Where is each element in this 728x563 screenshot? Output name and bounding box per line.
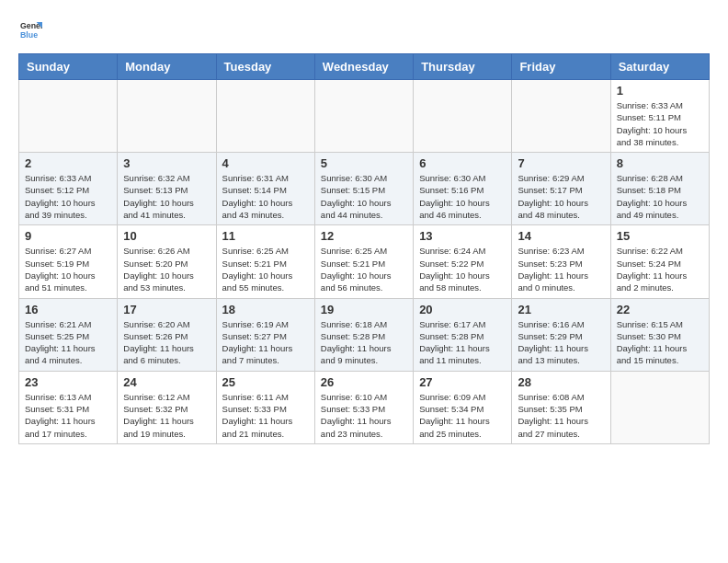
day-info: Sunrise: 6:30 AM Sunset: 5:16 PM Dayligh… — [419, 172, 506, 221]
day-number: 5 — [321, 156, 407, 170]
day-header-thursday: Thursday — [414, 54, 512, 80]
day-header-monday: Monday — [118, 54, 216, 80]
day-number: 23 — [25, 375, 111, 389]
calendar-day-cell: 23Sunrise: 6:13 AM Sunset: 5:31 PM Dayli… — [19, 371, 118, 443]
calendar-day-cell — [216, 80, 314, 153]
day-number: 10 — [123, 229, 210, 243]
calendar-day-cell: 4Sunrise: 6:31 AM Sunset: 5:14 PM Daylig… — [216, 153, 314, 225]
calendar-day-cell: 18Sunrise: 6:19 AM Sunset: 5:27 PM Dayli… — [216, 298, 314, 371]
day-info: Sunrise: 6:20 AM Sunset: 5:26 PM Dayligh… — [123, 318, 210, 367]
calendar-day-cell — [19, 80, 118, 153]
calendar-day-cell: 25Sunrise: 6:11 AM Sunset: 5:33 PM Dayli… — [216, 371, 314, 443]
day-number: 20 — [419, 303, 506, 316]
calendar-header-row: SundayMondayTuesdayWednesdayThursdayFrid… — [19, 54, 710, 80]
day-header-friday: Friday — [512, 54, 610, 80]
day-info: Sunrise: 6:19 AM Sunset: 5:27 PM Dayligh… — [222, 318, 309, 367]
day-number: 13 — [419, 229, 506, 243]
day-info: Sunrise: 6:22 AM Sunset: 5:24 PM Dayligh… — [617, 245, 703, 293]
day-info: Sunrise: 6:24 AM Sunset: 5:22 PM Dayligh… — [419, 245, 506, 293]
logo: General Blue — [18, 18, 42, 44]
calendar-day-cell — [314, 80, 413, 153]
day-number: 21 — [518, 303, 604, 316]
day-header-wednesday: Wednesday — [314, 54, 413, 80]
calendar-day-cell: 28Sunrise: 6:08 AM Sunset: 5:35 PM Dayli… — [512, 371, 610, 443]
day-number: 1 — [617, 84, 703, 98]
day-number: 24 — [123, 375, 210, 389]
calendar-day-cell: 20Sunrise: 6:17 AM Sunset: 5:28 PM Dayli… — [414, 298, 512, 371]
day-info: Sunrise: 6:11 AM Sunset: 5:33 PM Dayligh… — [222, 391, 309, 440]
day-info: Sunrise: 6:33 AM Sunset: 5:11 PM Dayligh… — [617, 99, 703, 148]
calendar-table: SundayMondayTuesdayWednesdayThursdayFrid… — [18, 53, 710, 444]
calendar-day-cell: 10Sunrise: 6:26 AM Sunset: 5:20 PM Dayli… — [118, 225, 216, 298]
svg-text:Blue: Blue — [20, 30, 38, 40]
day-number: 18 — [222, 303, 309, 316]
calendar-day-cell: 15Sunrise: 6:22 AM Sunset: 5:24 PM Dayli… — [610, 225, 709, 298]
day-number: 9 — [25, 229, 111, 243]
day-number: 2 — [25, 156, 111, 170]
calendar-day-cell: 22Sunrise: 6:15 AM Sunset: 5:30 PM Dayli… — [610, 298, 709, 371]
page-header: General Blue — [18, 18, 710, 44]
calendar-day-cell — [512, 80, 610, 153]
day-info: Sunrise: 6:33 AM Sunset: 5:12 PM Dayligh… — [25, 172, 111, 221]
calendar-day-cell: 14Sunrise: 6:23 AM Sunset: 5:23 PM Dayli… — [512, 225, 610, 298]
day-info: Sunrise: 6:26 AM Sunset: 5:20 PM Dayligh… — [123, 245, 210, 293]
day-number: 15 — [617, 229, 703, 243]
day-number: 26 — [321, 375, 407, 389]
calendar-week-row: 1Sunrise: 6:33 AM Sunset: 5:11 PM Daylig… — [19, 80, 710, 153]
calendar-day-cell: 21Sunrise: 6:16 AM Sunset: 5:29 PM Dayli… — [512, 298, 610, 371]
calendar-day-cell: 5Sunrise: 6:30 AM Sunset: 5:15 PM Daylig… — [314, 153, 413, 225]
day-info: Sunrise: 6:23 AM Sunset: 5:23 PM Dayligh… — [518, 245, 604, 293]
day-number: 19 — [321, 303, 407, 316]
day-number: 8 — [617, 156, 703, 170]
day-info: Sunrise: 6:29 AM Sunset: 5:17 PM Dayligh… — [518, 172, 604, 221]
day-number: 7 — [518, 156, 604, 170]
day-info: Sunrise: 6:25 AM Sunset: 5:21 PM Dayligh… — [321, 245, 407, 293]
day-header-tuesday: Tuesday — [216, 54, 314, 80]
day-info: Sunrise: 6:10 AM Sunset: 5:33 PM Dayligh… — [321, 391, 407, 440]
day-number: 11 — [222, 229, 309, 243]
day-info: Sunrise: 6:28 AM Sunset: 5:18 PM Dayligh… — [617, 172, 703, 221]
calendar-day-cell: 12Sunrise: 6:25 AM Sunset: 5:21 PM Dayli… — [314, 225, 413, 298]
day-info: Sunrise: 6:31 AM Sunset: 5:14 PM Dayligh… — [222, 172, 309, 221]
calendar-day-cell: 6Sunrise: 6:30 AM Sunset: 5:16 PM Daylig… — [414, 153, 512, 225]
day-info: Sunrise: 6:16 AM Sunset: 5:29 PM Dayligh… — [518, 318, 604, 367]
day-number: 3 — [123, 156, 210, 170]
day-info: Sunrise: 6:27 AM Sunset: 5:19 PM Dayligh… — [25, 245, 111, 293]
day-header-sunday: Sunday — [19, 54, 118, 80]
calendar-week-row: 9Sunrise: 6:27 AM Sunset: 5:19 PM Daylig… — [19, 225, 710, 298]
calendar-day-cell: 11Sunrise: 6:25 AM Sunset: 5:21 PM Dayli… — [216, 225, 314, 298]
day-info: Sunrise: 6:09 AM Sunset: 5:34 PM Dayligh… — [419, 391, 506, 440]
calendar-day-cell: 2Sunrise: 6:33 AM Sunset: 5:12 PM Daylig… — [19, 153, 118, 225]
day-info: Sunrise: 6:32 AM Sunset: 5:13 PM Dayligh… — [123, 172, 210, 221]
calendar-day-cell — [610, 371, 709, 443]
day-number: 4 — [222, 156, 309, 170]
calendar-week-row: 2Sunrise: 6:33 AM Sunset: 5:12 PM Daylig… — [19, 153, 710, 225]
day-number: 14 — [518, 229, 604, 243]
day-info: Sunrise: 6:18 AM Sunset: 5:28 PM Dayligh… — [321, 318, 407, 367]
day-number: 28 — [518, 375, 604, 389]
calendar-day-cell: 8Sunrise: 6:28 AM Sunset: 5:18 PM Daylig… — [610, 153, 709, 225]
day-info: Sunrise: 6:30 AM Sunset: 5:15 PM Dayligh… — [321, 172, 407, 221]
calendar-day-cell: 13Sunrise: 6:24 AM Sunset: 5:22 PM Dayli… — [414, 225, 512, 298]
day-number: 12 — [321, 229, 407, 243]
calendar-day-cell: 19Sunrise: 6:18 AM Sunset: 5:28 PM Dayli… — [314, 298, 413, 371]
calendar-day-cell: 26Sunrise: 6:10 AM Sunset: 5:33 PM Dayli… — [314, 371, 413, 443]
calendar-body: 1Sunrise: 6:33 AM Sunset: 5:11 PM Daylig… — [19, 80, 710, 444]
day-number: 16 — [25, 303, 111, 316]
calendar-day-cell: 16Sunrise: 6:21 AM Sunset: 5:25 PM Dayli… — [19, 298, 118, 371]
day-info: Sunrise: 6:13 AM Sunset: 5:31 PM Dayligh… — [25, 391, 111, 440]
day-header-saturday: Saturday — [610, 54, 709, 80]
calendar-week-row: 23Sunrise: 6:13 AM Sunset: 5:31 PM Dayli… — [19, 371, 710, 443]
calendar-week-row: 16Sunrise: 6:21 AM Sunset: 5:25 PM Dayli… — [19, 298, 710, 371]
calendar-day-cell: 24Sunrise: 6:12 AM Sunset: 5:32 PM Dayli… — [118, 371, 216, 443]
day-info: Sunrise: 6:25 AM Sunset: 5:21 PM Dayligh… — [222, 245, 309, 293]
calendar-day-cell: 17Sunrise: 6:20 AM Sunset: 5:26 PM Dayli… — [118, 298, 216, 371]
calendar-day-cell: 9Sunrise: 6:27 AM Sunset: 5:19 PM Daylig… — [19, 225, 118, 298]
day-info: Sunrise: 6:12 AM Sunset: 5:32 PM Dayligh… — [123, 391, 210, 440]
calendar-day-cell — [118, 80, 216, 153]
day-number: 27 — [419, 375, 506, 389]
day-number: 17 — [123, 303, 210, 316]
day-number: 22 — [617, 303, 703, 316]
calendar-day-cell: 1Sunrise: 6:33 AM Sunset: 5:11 PM Daylig… — [610, 80, 709, 153]
day-info: Sunrise: 6:21 AM Sunset: 5:25 PM Dayligh… — [25, 318, 111, 367]
